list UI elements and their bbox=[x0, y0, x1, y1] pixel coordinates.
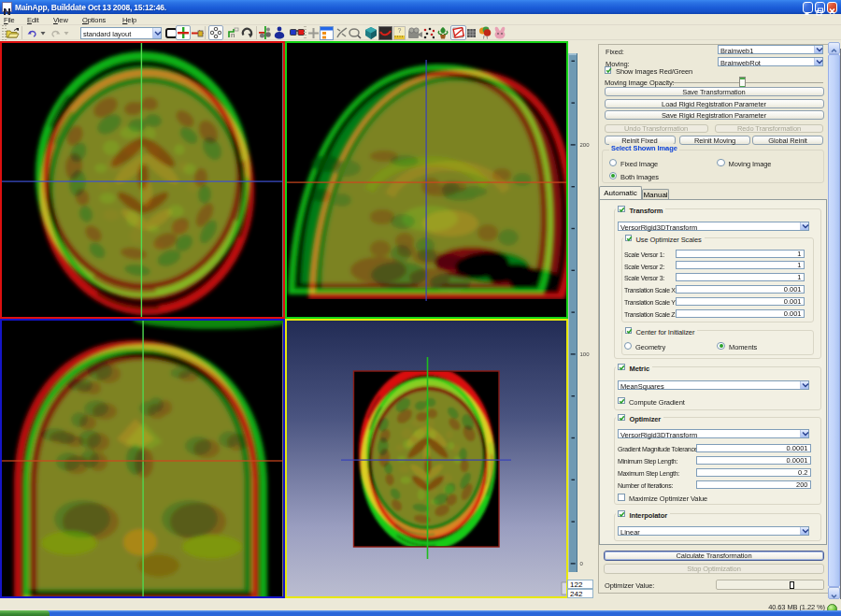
svg-text:200: 200 bbox=[580, 142, 591, 148]
svg-text:100: 100 bbox=[580, 351, 591, 357]
svg-text:0: 0 bbox=[580, 561, 584, 566]
svg-text:?: ? bbox=[398, 27, 402, 34]
svg-text:n: n bbox=[231, 31, 235, 39]
